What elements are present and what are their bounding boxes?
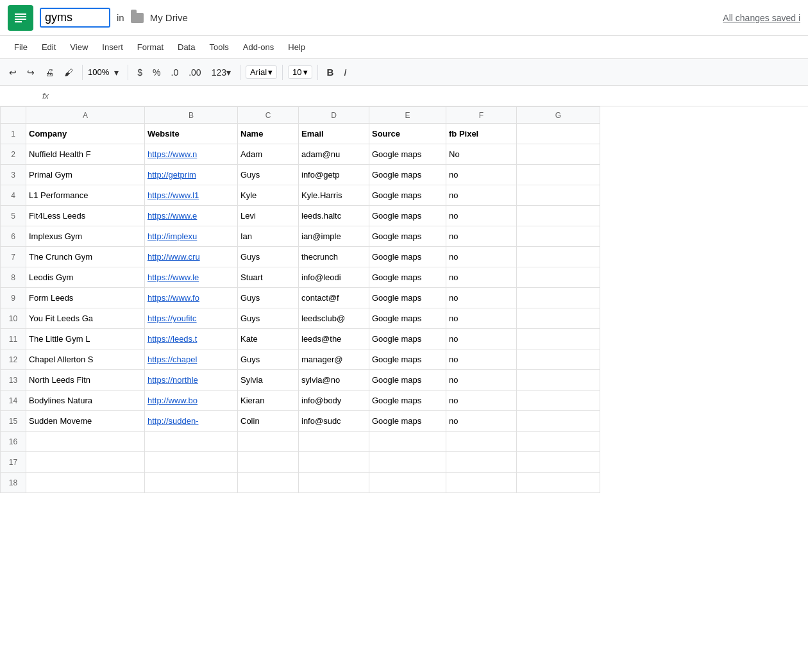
menu-data[interactable]: Data [171,40,201,55]
cell-email[interactable]: Kyle.Harris [299,185,369,206]
cell-name[interactable]: Kyle [238,185,299,206]
cell-fb-pixel[interactable]: no [446,288,517,308]
cell-source[interactable]: Google maps [369,206,446,226]
cell-email[interactable]: leeds@the [299,329,369,349]
cell-website[interactable]: http://www.cru [145,247,238,267]
cell-fb-pixel[interactable] [446,432,517,452]
cell-fb-pixel[interactable]: no [446,267,517,288]
cell-source[interactable]: Google maps [369,288,446,308]
cell-name[interactable]: Guys [238,349,299,370]
cell-source[interactable] [369,452,446,473]
cell-company[interactable]: The Crunch Gym [26,247,145,267]
cell-company[interactable]: L1 Performance [26,185,145,206]
cell-company[interactable]: You Fit Leeds Ga [26,308,145,329]
cell-email[interactable]: sylvia@no [299,370,369,391]
menu-tools[interactable]: Tools [203,40,235,55]
cell-company[interactable]: Bodylines Natura [26,391,145,411]
cell-name[interactable]: Guys [238,165,299,185]
cell-name[interactable]: Levi [238,206,299,226]
cell-company[interactable]: Primal Gym [26,165,145,185]
cell-g[interactable] [517,432,600,452]
cell-website[interactable]: https://www.fo [145,288,238,308]
italic-button[interactable]: I [340,64,350,80]
cell-name[interactable]: Name [238,124,299,144]
col-header-C[interactable]: C [238,107,299,124]
cell-g[interactable] [517,349,600,370]
cell-email[interactable]: adam@nu [299,144,369,165]
formula-input[interactable] [54,91,803,101]
cell-company[interactable]: Form Leeds [26,288,145,308]
bold-button[interactable]: B [323,64,338,80]
currency-button[interactable]: $ [133,65,146,80]
cell-name[interactable]: Stuart [238,267,299,288]
cell-name[interactable] [238,452,299,473]
cell-website[interactable]: https://chapel [145,349,238,370]
cell-g[interactable] [517,206,600,226]
col-header-A[interactable]: A [26,107,145,124]
cell-company[interactable]: Sudden Moveme [26,411,145,432]
website-link[interactable]: https://www.e [147,211,197,221]
font-size-selector[interactable]: 10 ▾ [288,65,312,79]
cell-source[interactable]: Google maps [369,391,446,411]
website-link[interactable]: http://www.cru [147,252,200,262]
zoom-dropdown[interactable]: ▾ [110,65,122,80]
filename-input[interactable] [40,8,110,28]
cell-email[interactable]: leeds.haltc [299,206,369,226]
cell-website[interactable]: https://northle [145,370,238,391]
cell-fb-pixel[interactable] [446,473,517,493]
cell-source[interactable]: Google maps [369,144,446,165]
cell-website[interactable]: http://implexu [145,226,238,247]
cell-name[interactable]: Kate [238,329,299,349]
cell-g[interactable] [517,165,600,185]
website-link[interactable]: https://chapel [147,355,197,364]
cell-company[interactable]: The Little Gym L [26,329,145,349]
cell-g[interactable] [517,308,600,329]
cell-email[interactable]: info@sudc [299,411,369,432]
cell-company[interactable]: Nuffield Health F [26,144,145,165]
cell-website[interactable]: http://www.bo [145,391,238,411]
cell-company[interactable] [26,432,145,452]
website-link[interactable]: https://leeds.t [147,334,197,344]
cell-company[interactable]: North Leeds Fitn [26,370,145,391]
menu-insert[interactable]: Insert [96,40,130,55]
cell-g[interactable] [517,267,600,288]
cell-email[interactable]: leedsclub@ [299,308,369,329]
cell-name[interactable] [238,473,299,493]
cell-company[interactable] [26,452,145,473]
cell-g[interactable] [517,452,600,473]
cell-fb-pixel[interactable]: No [446,144,517,165]
cell-fb-pixel[interactable]: no [446,165,517,185]
website-link[interactable]: https://www.le [147,273,199,282]
cell-fb-pixel[interactable]: no [446,391,517,411]
cell-website[interactable]: https://leeds.t [145,329,238,349]
cell-fb-pixel[interactable]: no [446,308,517,329]
cell-website[interactable] [145,473,238,493]
cell-name[interactable]: Adam [238,144,299,165]
cell-g[interactable] [517,370,600,391]
menu-edit[interactable]: Edit [35,40,62,55]
cell-fb-pixel[interactable]: no [446,185,517,206]
cell-company[interactable] [26,473,145,493]
cell-company[interactable]: Leodis Gym [26,267,145,288]
col-header-B[interactable]: B [145,107,238,124]
col-header-G[interactable]: G [517,107,600,124]
cell-fb-pixel[interactable]: no [446,226,517,247]
cell-name[interactable]: Ian [238,226,299,247]
cell-g[interactable] [517,124,600,144]
cell-source[interactable]: Google maps [369,247,446,267]
decimal-more-button[interactable]: .00 [185,65,205,80]
cell-g[interactable] [517,185,600,206]
website-link[interactable]: http://sudden- [147,416,199,426]
cell-email[interactable] [299,452,369,473]
cell-g[interactable] [517,247,600,267]
redo-button[interactable]: ↪ [23,65,38,80]
cell-name[interactable]: Guys [238,288,299,308]
cell-website[interactable]: https://www.le [145,267,238,288]
cell-website[interactable] [145,452,238,473]
website-link[interactable]: https://www.fo [147,293,199,303]
font-selector[interactable]: Arial ▾ [246,65,277,79]
website-link[interactable]: http://www.bo [147,396,198,405]
cell-email[interactable]: ian@imple [299,226,369,247]
website-link[interactable]: https://www.n [147,149,197,159]
cell-email[interactable]: thecrunch [299,247,369,267]
